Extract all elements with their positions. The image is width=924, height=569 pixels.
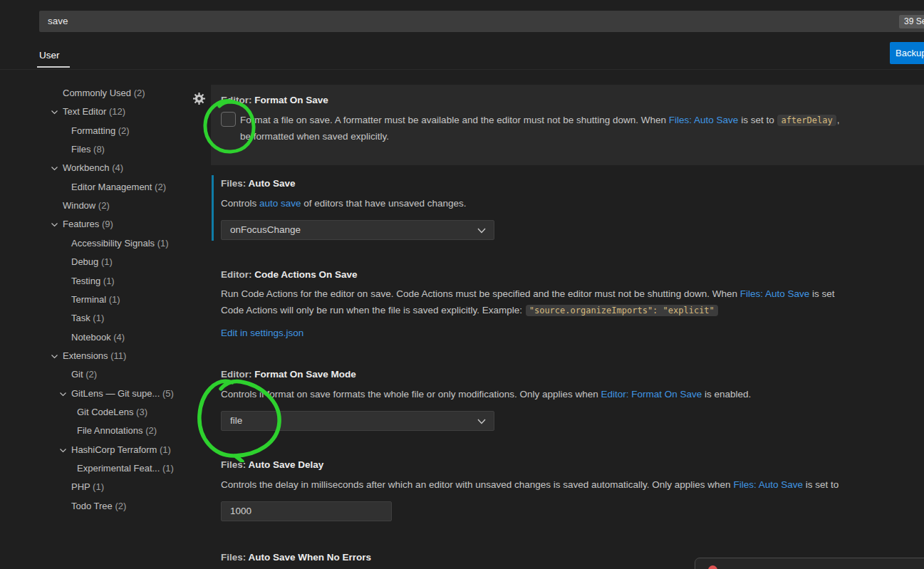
format-on-save-description-line2: be formatted when saved explicitly. (240, 131, 389, 142)
sidebar-item-text-editor[interactable]: Text Editor (12) (0, 105, 125, 119)
sidebar-item-count: (8) (93, 144, 105, 155)
sidebar-item-commonly-used[interactable]: Commonly Used (2) (0, 86, 145, 100)
sidebar-item-files[interactable]: Files (8) (0, 142, 105, 157)
setting-title-auto-save-when-no-errors: Files: Auto Save When No Errors (221, 552, 371, 563)
sidebar-item-notebook[interactable]: Notebook (4) (0, 330, 125, 345)
sidebar-item-git[interactable]: Git (2) (0, 367, 97, 382)
setting-reference-link[interactable]: Files: Auto Save (733, 479, 803, 490)
setting-reference-link[interactable]: Editor: Format On Save (601, 389, 702, 400)
description-text: Code Actions will only be run when the f… (221, 305, 525, 315)
sidebar-item-gitlens-git-supe[interactable]: GitLens — Git supe... (5) (0, 387, 174, 401)
chevron-down-icon[interactable] (59, 390, 67, 398)
setting-title-auto-save-delay: Files: Auto Save Delay (221, 459, 323, 470)
sidebar-item-count: (2) (155, 182, 166, 192)
description-text: , (837, 115, 840, 125)
description-text: is set to (738, 115, 777, 125)
edit-in-settings-json-link[interactable]: Edit in settings.json (221, 328, 303, 338)
sidebar-item-label: Features (63, 219, 102, 229)
sidebar-item-features[interactable]: Features (9) (0, 217, 113, 231)
sidebar-item-count: (1) (157, 238, 169, 249)
chevron-down-icon[interactable] (59, 447, 67, 454)
sidebar-item-formatting[interactable]: Formatting (2) (0, 124, 130, 138)
sidebar-item-label: Debug (71, 256, 101, 267)
setting-reference-link[interactable]: Files: Auto Save (669, 115, 739, 125)
sidebar-item-hashicorp-terraform[interactable]: HashiCorp Terraform (1) (0, 443, 171, 457)
sidebar-item-label: Commonly Used (63, 88, 134, 98)
sidebar-item-testing[interactable]: Testing (1) (0, 274, 115, 288)
gear-icon[interactable] (193, 93, 205, 105)
sidebar-item-task[interactable]: Task (1) (0, 311, 104, 325)
sidebar-item-label: PHP (71, 481, 93, 492)
setting-reference-link[interactable]: auto save (259, 198, 301, 209)
backup-sync-button[interactable]: Backup (890, 42, 924, 64)
format-on-save-description-line1: Format a file on save. A formatter must … (240, 115, 839, 125)
sidebar-item-label: Files (71, 144, 93, 155)
sidebar-item-count: (12) (109, 106, 125, 117)
sidebar-item-workbench[interactable]: Workbench (4) (0, 161, 123, 175)
settings-toc: Commonly Used (2)Text Editor (12)Formatt… (0, 0, 211, 569)
sidebar-item-todo-tree[interactable]: Todo Tree (2) (0, 499, 126, 513)
code-snippet: "source.organizeImports": "explicit" (526, 305, 718, 316)
sidebar-item-count: (1) (109, 294, 120, 305)
description-text: Controls if format on save formats the w… (221, 389, 601, 400)
sidebar-item-label: Task (71, 313, 93, 323)
description-text: of editors that have unsaved changes. (301, 198, 467, 209)
sidebar-item-accessibility-signals[interactable]: Accessibility Signals (1) (0, 236, 169, 251)
sidebar-item-label: Git (71, 369, 85, 380)
sidebar-item-git-codelens[interactable]: Git CodeLens (3) (0, 405, 147, 419)
description-text: is set (809, 288, 834, 299)
description-text: Controls the delay in milliseconds after… (221, 479, 733, 490)
sidebar-item-count: (4) (112, 162, 123, 173)
sidebar-item-count: (1) (101, 256, 113, 267)
description-text: be formatted when saved explicitly. (240, 131, 389, 142)
sidebar-item-terminal[interactable]: Terminal (1) (0, 293, 120, 307)
sidebar-item-label: Terminal (71, 294, 109, 305)
sidebar-item-label: Git CodeLens (77, 407, 136, 417)
auto-save-select[interactable]: onFocusChange (221, 220, 494, 240)
sidebar-item-count: (2) (98, 200, 110, 211)
description-text: is set to (803, 479, 839, 490)
chevron-down-icon[interactable] (51, 165, 58, 172)
sidebar-item-count: (9) (102, 219, 113, 229)
sidebar-item-label: Accessibility Signals (71, 238, 157, 249)
sidebar-item-count: (2) (115, 501, 126, 511)
format-on-save-mode-select[interactable]: file (221, 411, 494, 431)
code-snippet: afterDelay (777, 115, 836, 126)
chevron-down-icon[interactable] (51, 353, 58, 360)
sidebar-item-extensions[interactable]: Extensions (11) (0, 349, 126, 363)
chevron-down-icon (477, 419, 486, 424)
sidebar-item-count: (1) (103, 276, 115, 286)
sidebar-item-count: (1) (162, 463, 174, 474)
sidebar-item-count: (2) (118, 125, 130, 136)
sidebar-item-count: (2) (134, 88, 145, 98)
results-count-badge: 39 Se (899, 15, 924, 28)
chevron-down-icon[interactable] (51, 108, 58, 116)
sidebar-item-label: File Annotations (77, 425, 145, 436)
sidebar-item-label: Testing (71, 276, 103, 286)
chevron-down-icon[interactable] (51, 221, 58, 229)
sidebar-item-editor-management[interactable]: Editor Management (2) (0, 180, 166, 194)
code-actions-description-line2: Code Actions will only be run when the f… (221, 305, 719, 315)
sidebar-item-count: (11) (110, 350, 126, 361)
sidebar-item-label: Extensions (63, 350, 110, 361)
sidebar-item-count: (5) (162, 388, 174, 399)
setting-reference-link[interactable]: Files: Auto Save (740, 288, 810, 299)
sidebar-item-window[interactable]: Window (2) (0, 199, 110, 213)
format-on-save-checkbox[interactable] (221, 112, 236, 127)
sidebar-item-count: (2) (145, 425, 157, 436)
sidebar-item-label: Editor Management (71, 182, 155, 192)
description-text: Format a file on save. A formatter must … (240, 115, 669, 125)
sidebar-item-label: Notebook (71, 332, 113, 343)
setting-title-format-on-save-mode: Editor: Format On Save Mode (221, 369, 356, 380)
format-on-save-mode-description: Controls if format on save formats the w… (221, 389, 751, 400)
sidebar-item-count: (2) (85, 369, 97, 380)
sidebar-item-label: Workbench (63, 162, 112, 173)
auto-save-delay-input[interactable]: 1000 (221, 501, 392, 521)
sidebar-item-file-annotations[interactable]: File Annotations (2) (0, 424, 157, 438)
sidebar-item-experimental-feat[interactable]: Experimental Feat... (1) (0, 461, 174, 476)
sidebar-item-php[interactable]: PHP (1) (0, 480, 104, 494)
sidebar-item-label: Todo Tree (71, 501, 115, 511)
sidebar-item-count: (4) (113, 332, 125, 343)
sidebar-item-debug[interactable]: Debug (1) (0, 255, 113, 269)
sidebar-item-count: (1) (93, 481, 104, 492)
